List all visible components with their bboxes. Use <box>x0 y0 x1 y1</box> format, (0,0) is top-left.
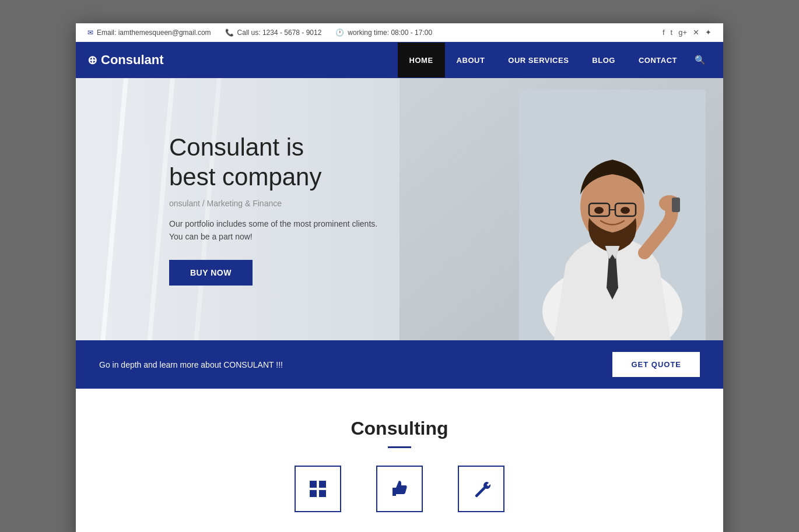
nav-links: HOME ABOUT OUR SERVICES BLOG CONTACT 🔍 <box>398 43 712 77</box>
facebook-icon[interactable]: f <box>663 28 665 37</box>
consulting-icon-thumbsup <box>376 466 423 512</box>
hero-description: Our portfolio includes some of the most … <box>169 217 723 244</box>
hours-item: 🕐 working time: 08:00 - 17:00 <box>335 29 432 37</box>
nav-home[interactable]: HOME <box>398 43 445 77</box>
consulting-icon-grid <box>295 466 341 512</box>
hero-subtitle: onsulant / Marketing & Finance <box>169 199 723 208</box>
googleplus-icon[interactable]: g+ <box>678 28 687 37</box>
hero-title: Consulant isbest company <box>169 133 723 192</box>
social-links: f t g+ ✕ ✦ <box>663 28 712 37</box>
get-quote-button[interactable]: GET QUOTE <box>612 352 700 377</box>
phone-icon: 📞 <box>225 29 234 37</box>
top-bar-left: ✉ Email: iamthemesqueen@gmail.com 📞 Call… <box>87 29 432 37</box>
logo-icon: ⊕ <box>87 53 97 67</box>
phone-item: 📞 Call us: 1234 - 5678 - 9012 <box>225 29 322 37</box>
email-item: ✉ Email: iamthemesqueen@gmail.com <box>87 29 211 37</box>
consulting-icon-wrench <box>458 466 504 512</box>
nav-about[interactable]: ABOUT <box>445 43 497 77</box>
search-icon[interactable]: 🔍 <box>689 43 712 77</box>
svg-rect-11 <box>310 481 317 488</box>
grid-icon <box>307 478 328 499</box>
svg-rect-14 <box>319 490 326 497</box>
hours-label: working time: 08:00 - 17:00 <box>348 29 432 37</box>
consulting-section: Consulting <box>76 389 723 532</box>
svg-rect-13 <box>310 490 317 497</box>
nav-contact[interactable]: CONTACT <box>627 43 689 77</box>
wrench-icon <box>471 478 492 499</box>
nav-blog[interactable]: BLOG <box>580 43 627 77</box>
hero-section: Consulant isbest company onsulant / Mark… <box>76 78 723 340</box>
email-label: Email: iamthemesqueen@gmail.com <box>97 29 211 37</box>
consulting-icons <box>87 466 712 524</box>
phone-label: Call us: 1234 - 5678 - 9012 <box>237 29 322 37</box>
browser-window: ✉ Email: iamthemesqueen@gmail.com 📞 Call… <box>76 23 723 532</box>
buy-now-button[interactable]: Buy Now <box>169 260 253 286</box>
clock-icon: 🕐 <box>335 29 344 37</box>
logo[interactable]: ⊕ Consulant <box>87 42 164 78</box>
logo-text: Consulant <box>101 52 164 68</box>
cta-text: Go in depth and learn more about CONSULA… <box>99 360 283 369</box>
email-icon: ✉ <box>87 29 93 37</box>
twitter-icon[interactable]: t <box>671 28 673 37</box>
hero-content: Consulant isbest company onsulant / Mark… <box>76 133 723 286</box>
social-icon-5[interactable]: ✦ <box>705 28 712 37</box>
top-bar: ✉ Email: iamthemesqueen@gmail.com 📞 Call… <box>76 23 723 42</box>
cta-bar: Go in depth and learn more about CONSULA… <box>76 340 723 389</box>
nav-services[interactable]: OUR SERVICES <box>496 43 580 77</box>
svg-rect-12 <box>319 481 326 488</box>
consulting-title: Consulting <box>87 418 712 439</box>
navbar: ⊕ Consulant HOME ABOUT OUR SERVICES BLOG… <box>76 42 723 78</box>
consulting-divider <box>388 446 411 448</box>
social-icon-4[interactable]: ✕ <box>693 28 699 37</box>
thumbsup-icon <box>389 478 410 499</box>
